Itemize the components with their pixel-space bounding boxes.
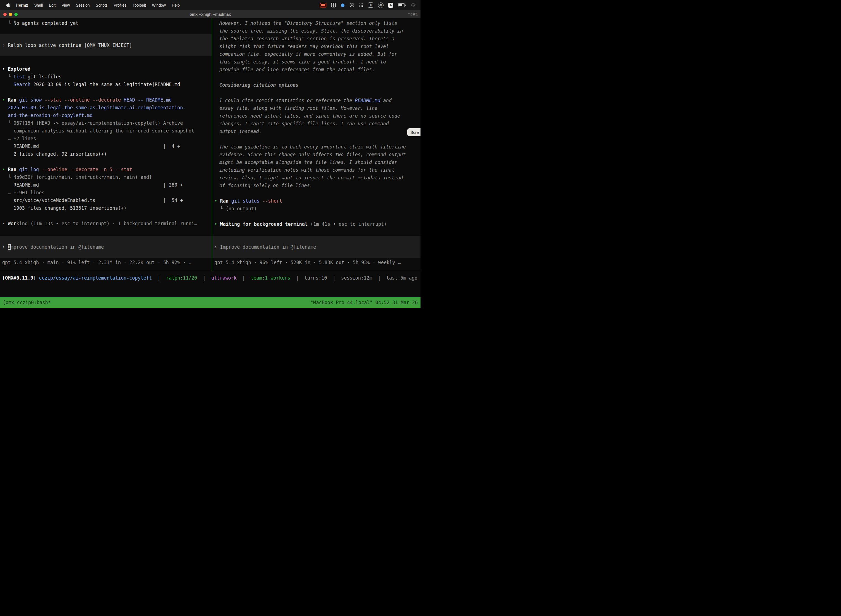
left-pane-body: • Explored └ List git ls-files Search 20… [0,65,212,227]
terminal-line: └ 067f154 (HEAD -> essay/ai-reimplementa… [0,119,212,127]
tmux-session-window: [omx-cczip0:bash* [3,300,51,305]
menu-item-window[interactable]: Window [149,3,169,7]
omx-status-bar: [OMX#0.11.9] cczip/essay/ai-reimplementa… [0,274,420,282]
wifi-icon[interactable] [410,3,416,7]
terminal-line: the source tree, missing the essay. Stil… [212,27,420,35]
terminal-line: evidence. Since this change only affects… [212,151,420,158]
dots-grid-icon[interactable] [359,3,363,7]
terminal-line [212,213,420,220]
terminal-line: output instead. [212,128,420,135]
thinking-heading: Considering citation options [212,81,420,89]
terminal-line: • Ran git status --short [212,197,420,205]
menu-item-help[interactable]: Help [169,3,183,7]
right-pane[interactable]: However, I noticed the "Directory Struct… [212,18,420,271]
terminal-line [212,73,420,81]
terminal-line [0,212,212,220]
right-input-box[interactable]: › Improve documentation in @filename [212,236,420,258]
terminal-line: 2026-03-09-is-legal-the-same-as-legitima… [0,104,212,111]
terminal-line [212,89,420,97]
menu-item-view[interactable]: View [59,3,73,7]
tmux-status-bar: [omx-cczip0:bash* "MacBook-Pro-44.local"… [0,297,420,308]
menu-bar-status-icons: 8 .61 A [320,3,417,8]
terminal-line: references need actual files, and since … [212,112,420,120]
terminal-line: 1903 files changed, 513517 insertions(+) [0,204,212,212]
terminal-line [0,158,212,166]
terminal-line: of focusing solely on file lines. [212,182,420,189]
droplet-icon[interactable] [340,3,345,7]
terminal-line: this single essay, it seems like a good … [212,58,420,66]
terminal-line: including verification notes with those … [212,166,420,174]
notification-peek[interactable]: Scre [407,128,420,136]
keycap-8-icon[interactable]: 8 [368,3,373,8]
terminal-line: └ No agents completed yet [0,19,212,27]
terminal-line: might be acceptable alongside the file l… [212,158,420,166]
terminal-line: I could cite commit statistics or refere… [212,97,420,104]
terminal-line: src/voice/voiceModeEnabled.ts | 54 + [0,197,212,204]
terminal-line: However, I noticed the "Directory Struct… [212,19,420,27]
terminal-line: README.md | 4 + [0,142,212,150]
terminal-line: • Ran git log --oneline --decorate -n 5 … [0,166,212,173]
left-pane[interactable]: └ No agents completed yet › Ralph loop a… [0,18,212,271]
title-bar: omx --xhigh --madmax ⌥⌘1 [0,10,420,19]
grid-window-icon[interactable] [331,3,336,7]
terminal-line: the "Related research writing" section i… [212,35,420,43]
terminal-line: and-the-erosion-of-copyleft.md [0,111,212,119]
left-model-status: gpt-5.4 xhigh · main · 91% left · 2.31M … [0,259,212,266]
terminal-line: └ (no output) [212,205,420,213]
omx-status-line: [OMX#0.11.9] cczip/essay/ai-reimplementa… [0,274,420,282]
terminal-line: review. Also, I might want to inspect th… [212,174,420,182]
zoom-button[interactable] [14,13,18,16]
disc-icon[interactable] [350,3,354,7]
menu-item-scripts[interactable]: Scripts [93,3,111,7]
window-shortcut: ⌥⌘1 [408,12,420,16]
terminal-line [212,189,420,197]
terminal-line: provide file and line references from th… [212,66,420,73]
ralph-loop-message: › Ralph loop active continue [OMX_TMUX_I… [0,41,212,49]
right-pane-body: However, I noticed the "Directory Struct… [212,19,420,228]
left-pane-top: └ No agents completed yet [0,19,212,27]
apple-menu-icon[interactable] [3,3,13,7]
terminal-line [0,88,212,96]
terminal-line: • Waiting for background terminal (1m 41… [212,220,420,228]
minimize-button[interactable] [9,13,12,16]
terminal-line: 2 files changed, 92 insertions(+) [0,150,212,158]
terminal-line: └ 4b9d30f (origin/main, instructkr/main,… [0,173,212,181]
terminal-line: • Working (11m 13s • esc to interrupt) ·… [0,220,212,227]
menu-item-edit[interactable]: Edit [46,3,59,7]
tmux-panes: └ No agents completed yet › Ralph loop a… [0,18,420,271]
terminal-line: Search 2026-03-09-is-legal-the-same-as-l… [0,81,212,88]
terminal-line: changes, I can't cite specific file line… [212,120,420,128]
terminal-line: └ List git ls-files [0,73,212,81]
apple-logo [6,3,10,7]
terminal-line: slight risk that future readers may over… [212,43,420,50]
terminal-line: essay file, along with finding root file… [212,104,420,112]
terminal-line: companion file, especially if more comme… [212,50,420,58]
terminal-line: … +1901 lines [0,189,212,197]
input-source-icon[interactable]: A [388,3,393,8]
menu-item-session[interactable]: Session [73,3,93,7]
terminal-line: • Explored [0,65,212,73]
tmux-host-time: "MacBook-Pro-44.local" 04:52 31-Mar-26 [311,300,418,305]
terminal-line: … +2 lines [0,135,212,142]
terminal-line: • Ran git show --stat --oneline --decora… [0,96,212,104]
terminal-line: companion analysis without altering the … [0,127,212,135]
terminal: └ No agents completed yet › Ralph loop a… [0,18,420,308]
terminal-line: README.md | 280 + [0,181,212,189]
right-model-status: gpt-5.4 xhigh · 96% left · 520K in · 5.8… [212,259,420,266]
screen-recording-indicator-icon[interactable] [320,3,327,7]
command-input: › Improve documentation in @filename [212,243,420,251]
left-input-box[interactable]: › Improve documentation in @filename [0,236,212,258]
close-button[interactable] [3,13,7,16]
menu-item-shell[interactable]: Shell [31,3,46,7]
menu-item-profiles[interactable]: Profiles [111,3,130,7]
menu-bar: iTerm2 Shell Edit View Session Scripts P… [0,0,420,10]
terminal-line: The team guideline is to back every impo… [212,143,420,151]
command-input: › Improve documentation in @filename [0,243,212,251]
menu-item-iterm2[interactable]: iTerm2 [13,3,31,7]
battery-icon[interactable] [398,3,405,7]
terminal-line [212,135,420,143]
battery-percent-badge-icon[interactable]: .61 [378,3,384,8]
window-title: omx --xhigh --madmax [0,12,420,16]
ralph-loop-banner: › Ralph loop active continue [OMX_TMUX_I… [0,34,212,56]
menu-item-toolbelt[interactable]: Toolbelt [130,3,149,7]
